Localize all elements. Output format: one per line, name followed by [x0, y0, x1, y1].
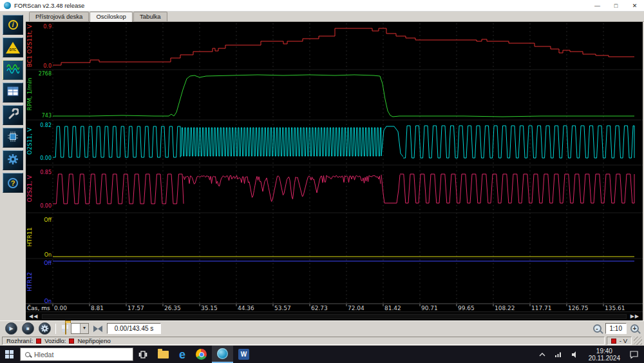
help-icon: [8, 178, 18, 188]
maximize-button[interactable]: □: [607, 0, 625, 11]
zoom-in-button[interactable]: +: [630, 324, 639, 333]
sidebar-item-help[interactable]: [3, 173, 23, 193]
gear-icon: [7, 153, 19, 168]
scope-scrollbar: ◀◀ ▶▶: [26, 311, 643, 320]
play-button[interactable]: ▶: [5, 322, 17, 335]
toolbar-separator: [55, 324, 56, 334]
svg-text:Off: Off: [44, 217, 52, 223]
folder-icon: [65, 322, 66, 335]
scroll-left-button[interactable]: ◀◀: [28, 313, 39, 320]
svg-text:Off: Off: [44, 260, 52, 266]
chrome-button[interactable]: [191, 346, 212, 363]
word-button[interactable]: [233, 346, 254, 363]
edge-button[interactable]: [174, 346, 191, 363]
svg-text:2768: 2768: [39, 71, 52, 77]
network-button[interactable]: [551, 346, 565, 363]
sidebar-item-oscilloscope[interactable]: [3, 60, 23, 80]
file-explorer-button[interactable]: [153, 346, 174, 363]
sidebar-item-dtc[interactable]: DTC: [3, 37, 23, 57]
tab-table[interactable]: Tabulka: [133, 12, 167, 21]
scroll-right-button[interactable]: ▶▶: [629, 313, 641, 320]
stop-button[interactable]: ■: [22, 322, 34, 335]
sidebar-item-vehicle-info[interactable]: [3, 15, 23, 35]
svg-text:26.35: 26.35: [164, 305, 181, 311]
close-button[interactable]: ✕: [625, 0, 644, 11]
svg-text:17.57: 17.57: [128, 305, 144, 311]
sidebar: DTC: [0, 12, 26, 320]
chrome-icon: [196, 349, 207, 360]
playback-time-display: 0.00/143.45 s: [107, 323, 161, 334]
svg-text:O2S11, V: O2S11, V: [26, 127, 33, 155]
svg-text:108.22: 108.22: [495, 305, 515, 311]
svg-text:72.04: 72.04: [348, 305, 365, 311]
taskbar-search[interactable]: Hledat: [20, 348, 133, 361]
search-icon: [25, 352, 30, 357]
vehicle-info-icon: [8, 20, 18, 30]
transport-toolbar: ▶ ■ 0.00/143.45 s - 1:10 +: [0, 320, 644, 336]
channel-combo[interactable]: [71, 323, 89, 334]
window-title: FORScan v2.3.48 release: [14, 2, 84, 9]
sidebar-item-service[interactable]: [3, 105, 23, 125]
clock-date: 20.11.2024: [589, 355, 620, 362]
forscan-taskbar-button[interactable]: [212, 346, 233, 363]
clock-time: 19:40: [589, 348, 620, 355]
wrench-icon: [7, 108, 19, 123]
voltage-display: - V: [620, 337, 627, 344]
action-center-icon: [630, 351, 638, 358]
minimize-button[interactable]: —: [588, 0, 607, 11]
sidebar-item-programming[interactable]: [3, 128, 23, 148]
volume-button[interactable]: [568, 346, 582, 363]
interface-label: Rozhraní:: [6, 337, 33, 344]
tab-bar: Přístrojová deskaOsciloskopTabulka: [26, 12, 644, 22]
oscilloscope-panel: 0.008.8117.5726.3535.1544.3653.5762.7372…: [26, 22, 643, 311]
task-view-button[interactable]: [133, 346, 153, 363]
clear-button[interactable]: [93, 326, 102, 332]
svg-text:62.73: 62.73: [311, 305, 328, 311]
status-bar: Rozhraní: Vozidlo: Nepřipojeno - V: [0, 336, 644, 346]
tab-dashboard[interactable]: Přístrojová deska: [29, 12, 89, 21]
interface-status-indicator: [36, 338, 41, 344]
word-icon: [238, 349, 249, 360]
start-button[interactable]: [0, 346, 19, 363]
svg-text:126.75: 126.75: [568, 305, 589, 311]
sidebar-item-settings[interactable]: [3, 150, 23, 170]
svg-text:On: On: [44, 252, 52, 258]
svg-text:HTR12: HTR12: [26, 272, 33, 291]
svg-text:117.71: 117.71: [531, 305, 552, 311]
taskbar-clock[interactable]: 19:40 20.11.2024: [585, 348, 624, 362]
svg-text:0.00: 0.00: [40, 155, 52, 161]
svg-text:99.65: 99.65: [458, 305, 475, 311]
svg-text:0.00: 0.00: [40, 203, 52, 209]
titlebar: FORScan v2.3.48 release — □ ✕: [0, 0, 644, 12]
scroll-track[interactable]: [42, 314, 626, 319]
svg-text:HTR11: HTR11: [26, 228, 33, 247]
sidebar-item-table[interactable]: [3, 83, 23, 103]
clear-icon: [93, 326, 102, 332]
zoom-out-button[interactable]: -: [593, 324, 601, 333]
load-button[interactable]: [65, 323, 66, 335]
dtc-icon: DTC: [6, 42, 20, 54]
svg-text:0.9: 0.9: [43, 24, 52, 30]
scope-canvas[interactable]: 0.008.8117.5726.3535.1544.3653.5762.7372…: [26, 22, 643, 311]
vehicle-status-indicator: [69, 338, 74, 344]
tab-oscilloscope[interactable]: Osciloskop: [90, 12, 132, 22]
gear-icon: [41, 324, 49, 333]
svg-text:Čas, ms: Čas, ms: [27, 304, 50, 311]
svg-text:RPM, 1/min: RPM, 1/min: [26, 78, 33, 111]
file-explorer-icon: [158, 351, 169, 358]
chip-icon: [7, 131, 19, 145]
svg-text:81.42: 81.42: [384, 305, 401, 311]
chevron-up-icon: [539, 352, 545, 357]
svg-text:53.57: 53.57: [274, 305, 291, 311]
oscilloscope-icon: [6, 64, 19, 76]
record-settings-button[interactable]: [39, 322, 51, 335]
svg-text:90.71: 90.71: [421, 305, 438, 311]
dtc-icon-label: DTC: [8, 48, 18, 52]
action-center-button[interactable]: [627, 346, 641, 363]
svg-text:135.61: 135.61: [605, 305, 625, 311]
svg-text:44.36: 44.36: [238, 305, 254, 311]
svg-text:On: On: [44, 299, 52, 304]
tray-expand-button[interactable]: [536, 346, 549, 363]
zoom-level-display: 1:10: [605, 323, 627, 334]
svg-text:BC1 O2S11t, V: BC1 O2S11t, V: [26, 24, 33, 67]
